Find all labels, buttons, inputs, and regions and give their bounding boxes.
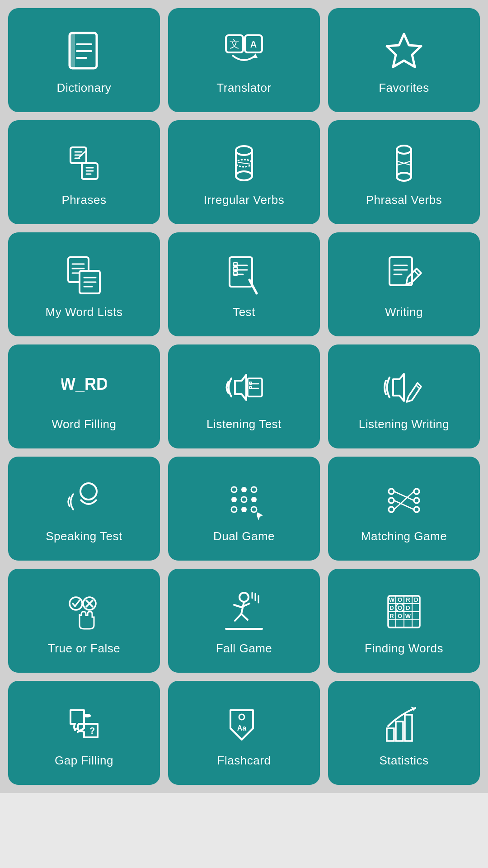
dictionary-icon (61, 28, 107, 74)
svg-point-62 (231, 507, 237, 512)
card-listening-writing[interactable]: Listening Writing (328, 344, 480, 448)
svg-point-16 (236, 171, 252, 180)
dual-game-label: Dual Game (213, 529, 275, 543)
card-favorites[interactable]: Favorites (328, 8, 480, 112)
card-phrasal-verbs[interactable]: Phrasal Verbs (328, 120, 480, 224)
svg-line-18 (238, 162, 250, 164)
svg-point-71 (414, 507, 419, 512)
svg-rect-37 (234, 263, 237, 266)
word-filling-label: Word Filling (52, 417, 116, 431)
card-writing[interactable]: Writing (328, 232, 480, 336)
svg-line-73 (394, 500, 414, 509)
card-dictionary[interactable]: Dictionary (8, 8, 160, 112)
svg-line-45 (414, 271, 419, 275)
statistics-label: Statistics (379, 754, 428, 768)
svg-point-64 (251, 507, 257, 512)
svg-text:D: D (406, 604, 410, 611)
phrasal-verbs-icon (381, 141, 427, 186)
svg-text:D: D (389, 604, 394, 611)
translator-icon: 文 A (221, 28, 267, 74)
listening-writing-label: Listening Writing (359, 417, 450, 431)
card-fall-game[interactable]: Fall Game (168, 569, 320, 673)
test-label: Test (233, 305, 255, 319)
svg-point-55 (80, 483, 97, 500)
favorites-icon (381, 28, 427, 74)
gap-filling-icon: ? (61, 701, 107, 746)
svg-rect-38 (234, 267, 237, 271)
writing-icon (381, 253, 427, 298)
test-icon (221, 253, 267, 298)
card-matching-game[interactable]: Matching Game (328, 457, 480, 561)
listening-test-label: Listening Test (206, 417, 282, 431)
speaking-test-icon (61, 477, 107, 522)
card-listening-test[interactable]: Listening Test (168, 344, 320, 448)
my-word-lists-icon (61, 253, 107, 298)
card-true-or-false[interactable]: True or False (8, 569, 160, 673)
card-phrases[interactable]: Phrases (8, 120, 160, 224)
card-flashcard[interactable]: Aa Flashcard (168, 681, 320, 785)
listening-writing-icon (381, 365, 427, 410)
svg-point-57 (241, 487, 247, 492)
statistics-icon (381, 701, 427, 746)
svg-text:文: 文 (230, 38, 239, 50)
svg-rect-105 (387, 728, 394, 741)
svg-rect-51 (249, 382, 252, 384)
svg-point-61 (251, 497, 257, 502)
matching-game-icon (381, 477, 427, 522)
card-test[interactable]: Test (168, 232, 320, 336)
fall-game-label: Fall Game (216, 642, 272, 656)
irregular-verbs-icon (221, 141, 267, 186)
svg-point-22 (397, 173, 411, 181)
svg-text:O: O (398, 613, 402, 619)
svg-point-75 (70, 597, 82, 610)
card-irregular-verbs[interactable]: Irregular Verbs (168, 120, 320, 224)
speaking-test-label: Speaking Test (46, 529, 122, 543)
svg-point-66 (389, 489, 394, 494)
svg-rect-1 (70, 33, 75, 68)
svg-rect-41 (389, 257, 412, 285)
svg-point-70 (414, 498, 419, 503)
svg-marker-65 (257, 512, 263, 520)
svg-point-59 (231, 497, 237, 502)
svg-rect-52 (249, 387, 252, 389)
finding-words-label: Finding Words (365, 642, 443, 656)
true-or-false-label: True or False (48, 642, 120, 656)
card-dual-game[interactable]: Dual Game (168, 457, 320, 561)
main-grid: Dictionary 文 A Translator Favorites (0, 0, 488, 793)
svg-text:W: W (389, 596, 395, 603)
flashcard-icon: Aa (221, 701, 267, 746)
svg-point-13 (236, 146, 252, 155)
phrases-label: Phrases (61, 193, 106, 207)
true-or-false-icon (61, 589, 107, 634)
svg-text:W: W (405, 613, 411, 619)
gap-filling-label: Gap Filling (55, 754, 113, 768)
svg-rect-106 (396, 722, 403, 741)
card-statistics[interactable]: Statistics (328, 681, 480, 785)
finding-words-icon: W O R D D O D R O W (381, 589, 427, 634)
card-word-filling[interactable]: W_RD Word Filling (8, 344, 160, 448)
card-my-word-lists[interactable]: My Word Lists (8, 232, 160, 336)
svg-text:R: R (389, 613, 394, 619)
card-finding-words[interactable]: W O R D D O D R O W Finding Words (328, 569, 480, 673)
card-gap-filling[interactable]: ? Gap Filling (8, 681, 160, 785)
phrasal-verbs-label: Phrasal Verbs (366, 193, 442, 207)
fall-game-icon (221, 589, 267, 634)
svg-point-56 (231, 487, 237, 492)
svg-point-63 (241, 507, 247, 512)
svg-marker-9 (253, 53, 258, 58)
svg-text:W_RD: W_RD (61, 375, 107, 393)
svg-text:O: O (398, 596, 402, 603)
svg-point-103 (239, 714, 244, 720)
matching-game-label: Matching Game (361, 529, 447, 543)
svg-point-58 (251, 487, 257, 492)
card-translator[interactable]: 文 A Translator (168, 8, 320, 112)
translator-label: Translator (216, 81, 271, 95)
svg-text:R: R (406, 596, 410, 603)
svg-point-79 (239, 593, 249, 602)
svg-rect-39 (234, 272, 237, 275)
writing-label: Writing (385, 305, 423, 319)
card-speaking-test[interactable]: Speaking Test (8, 457, 160, 561)
svg-point-68 (389, 507, 394, 512)
svg-point-67 (389, 498, 394, 503)
svg-text:?: ? (89, 726, 95, 736)
